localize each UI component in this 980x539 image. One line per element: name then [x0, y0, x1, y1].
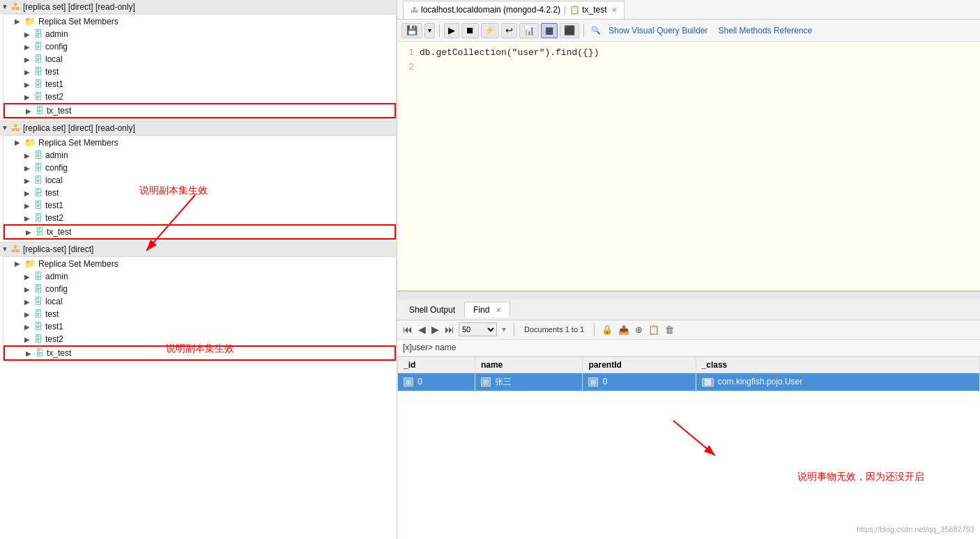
db-arrow-test1-2[interactable]: ▶ [24, 202, 34, 210]
tab-find[interactable]: Find ✕ [464, 302, 510, 318]
toolbar-run-btn[interactable]: ▶ [444, 23, 459, 38]
shell-methods-link[interactable]: Shell Methods Reference [719, 26, 813, 36]
tab-close-btn[interactable]: ✕ [611, 6, 617, 14]
export-btn[interactable]: 🔒 [600, 325, 614, 335]
expand-arrow-2[interactable]: ▼ [1, 124, 11, 132]
output-tab-bar: Shell Output Find ✕ [397, 299, 980, 320]
db-arrow-admin-3[interactable]: ▶ [24, 273, 34, 281]
db-arrow-local-2[interactable]: ▶ [24, 177, 34, 185]
toolbar-explain-btn[interactable]: ⚡ [481, 23, 499, 38]
db-icon-test-3: 🗄 [34, 309, 43, 319]
code-editor[interactable]: 1 db.getCollection("user").find({}) 2 [397, 42, 980, 291]
db-test2-1[interactable]: ▶ 🗄 test2 [3, 91, 396, 103]
db-admin-3[interactable]: ▶ 🗄 admin [3, 270, 396, 283]
toolbar-save-btn[interactable]: 💾 [401, 23, 422, 38]
db-test1-1[interactable]: ▶ 🗄 test1 [3, 78, 396, 91]
db-arrow-txtest-2[interactable]: ▶ [26, 228, 36, 236]
db-test-3[interactable]: ▶ 🗄 test [3, 308, 396, 320]
folder-icon-2: 📁 [24, 137, 36, 148]
db-label-test-1: test [45, 67, 59, 77]
folder-item-1[interactable]: ▶ 📁 Replica Set Members [3, 15, 396, 28]
table-row[interactable]: ⊞ 0 ⊞ 张三 ⊞ 0 ⬜ [398, 373, 980, 391]
nav-next-btn[interactable]: ▶ [430, 324, 441, 335]
db-label-txtest-2: tx_test [47, 227, 71, 237]
import-btn[interactable]: 📤 [617, 325, 631, 335]
db-txtest-1[interactable]: ▶ 🗄 tx_test [3, 103, 396, 118]
folder-arrow-2[interactable]: ▶ [15, 139, 24, 146]
db-config-3[interactable]: ▶ 🗄 config [3, 283, 396, 295]
page-size-select[interactable]: 50 25 100 [459, 322, 497, 336]
folder-label-1: Replica Set Members [38, 17, 118, 26]
toolbar-view-btn[interactable]: ▦ [541, 23, 558, 38]
toolbar-save-dropdown-btn[interactable]: ▾ [424, 23, 435, 38]
db-config-2[interactable]: ▶ 🗄 config [3, 162, 396, 174]
db-local-2[interactable]: ▶ 🗄 local [3, 174, 396, 187]
db-test-1[interactable]: ▶ 🗄 test [3, 65, 396, 78]
expand-arrow-3[interactable]: ▼ [1, 245, 11, 253]
cell-icon-class: ⬜ [702, 378, 714, 386]
db-txtest-3[interactable]: ▶ 🗄 tx_test [3, 345, 396, 361]
nav-first-btn[interactable]: ⏮ [401, 324, 414, 335]
db-icon-txtest-1: 🗄 [36, 106, 44, 116]
db-label-test2-2: test2 [45, 213, 63, 223]
db-label-test-2: test [45, 188, 59, 198]
db-arrow-local-3[interactable]: ▶ [24, 298, 34, 306]
db-arrow-txtest-3[interactable]: ▶ [26, 350, 36, 357]
db-arrow-config-1[interactable]: ▶ [24, 43, 34, 51]
db-label-config-1: config [45, 42, 68, 52]
db-arrow-config-3[interactable]: ▶ [24, 286, 34, 293]
db-arrow-test1-1[interactable]: ▶ [24, 81, 34, 88]
folder-arrow-1[interactable]: ▶ [15, 17, 24, 25]
db-arrow-test-1[interactable]: ▶ [24, 68, 34, 76]
connection-2[interactable]: ▼ 🖧 [replica set] [direct] [read-only] [0, 120, 397, 135]
tab-find-close[interactable]: ✕ [496, 306, 501, 314]
cell-parentid-value: 0 [603, 377, 608, 386]
db-config-1[interactable]: ▶ 🗄 config [3, 40, 396, 53]
nav-last-btn[interactable]: ⏭ [443, 324, 456, 335]
toolbar-settings-btn[interactable]: ⬛ [560, 23, 579, 38]
db-test-2[interactable]: ▶ 🗄 test [3, 187, 396, 199]
toolbar-monitor-btn[interactable]: 📊 [519, 23, 539, 38]
editor-scrollbar[interactable] [397, 291, 980, 299]
connection-1[interactable]: ▼ 🖧 [replica set] [direct] [read-only] [0, 0, 397, 14]
db-label-local-3: local [45, 297, 63, 306]
main-tab[interactable]: 🖧 localhost.localdomain (mongod-4.2.2) |… [403, 1, 625, 19]
connection-3[interactable]: ▼ 🖧 [replica-set] [direct] [0, 242, 397, 256]
db-arrow-test1-3[interactable]: ▶ [24, 323, 34, 331]
db-test2-2[interactable]: ▶ 🗄 test2 [3, 212, 396, 224]
toolbar-history-btn[interactable]: ↩ [501, 23, 517, 38]
db-arrow-txtest-1[interactable]: ▶ [26, 107, 36, 115]
add-doc-btn[interactable]: ⊕ [634, 325, 644, 335]
db-admin-2[interactable]: ▶ 🗄 admin [3, 149, 396, 162]
db-arrow-config-2[interactable]: ▶ [24, 164, 34, 172]
db-test2-3[interactable]: ▶ 🗄 test2 [3, 333, 396, 345]
results-area: _id name parentId _class ⊞ 0 [397, 357, 980, 540]
toolbar-stop-btn[interactable]: ⏹ [461, 23, 479, 38]
db-arrow-local-1[interactable]: ▶ [24, 56, 34, 63]
duplicate-btn[interactable]: 📋 [647, 325, 661, 335]
expand-arrow-1[interactable]: ▼ [1, 3, 11, 10]
db-icon-config-2: 🗄 [34, 163, 43, 173]
folder-arrow-3[interactable]: ▶ [15, 260, 24, 267]
db-local-3[interactable]: ▶ 🗄 local [3, 295, 396, 308]
folder-item-2[interactable]: ▶ 📁 Replica Set Members [3, 136, 396, 149]
db-arrow-test2-3[interactable]: ▶ [24, 336, 34, 343]
visual-query-link[interactable]: Show Visual Query Builder [608, 26, 708, 36]
db-arrow-admin-2[interactable]: ▶ [24, 152, 34, 159]
db-test1-3[interactable]: ▶ 🗄 test1 [3, 320, 396, 333]
db-local-1[interactable]: ▶ 🗄 local [3, 53, 396, 65]
nav-prev-btn[interactable]: ◀ [417, 324, 427, 335]
watermark: https://blog.csdn.net/qq_35882793 [857, 525, 974, 533]
db-arrow-admin-1[interactable]: ▶ [24, 31, 34, 38]
tab-shell-output[interactable]: Shell Output [400, 302, 464, 318]
db-arrow-test2-2[interactable]: ▶ [24, 214, 34, 222]
folder-item-3[interactable]: ▶ 📁 Replica Set Members [3, 257, 396, 270]
db-arrow-test2-1[interactable]: ▶ [24, 93, 34, 101]
db-arrow-test-3[interactable]: ▶ [24, 311, 34, 318]
delete-btn[interactable]: 🗑 [664, 325, 675, 335]
db-arrow-test-2[interactable]: ▶ [24, 189, 34, 197]
cell-id: ⊞ 0 [398, 373, 475, 391]
db-test1-2[interactable]: ▶ 🗄 test1 [3, 199, 396, 212]
db-txtest-2[interactable]: ▶ 🗄 tx_test [3, 224, 396, 240]
db-admin-1[interactable]: ▶ 🗄 admin [3, 28, 396, 40]
